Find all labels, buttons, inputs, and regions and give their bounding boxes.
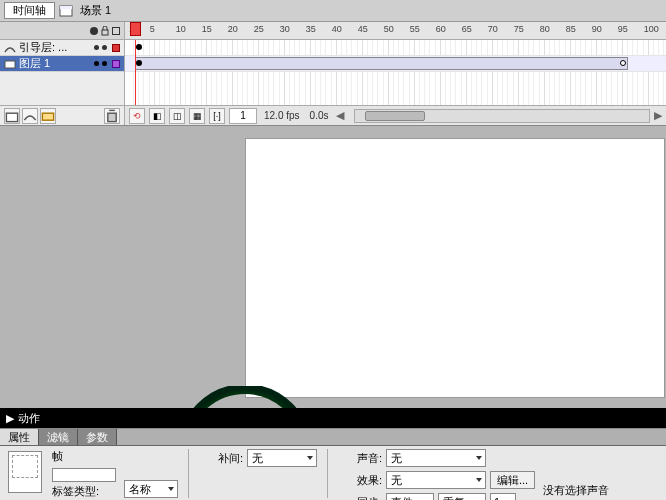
add-folder-button[interactable] (40, 108, 56, 124)
tween-span[interactable] (135, 57, 628, 70)
timeline-scrollbar[interactable] (354, 109, 651, 123)
top-tab-bar: 时间轴 场景 1 (0, 0, 666, 22)
properties-tabs: 属性 滤镜 参数 (0, 429, 666, 446)
ruler-tick: 70 (488, 24, 498, 34)
ruler-tick: 50 (384, 24, 394, 34)
layer-lock-dot[interactable] (102, 61, 107, 66)
sound-label: 声音: (338, 451, 382, 466)
label-type-label: 标签类型: (52, 484, 99, 499)
frame-ruler[interactable]: 1510152025303540455055606570758085909510… (125, 22, 666, 40)
ruler-tick: 60 (436, 24, 446, 34)
svg-rect-3 (5, 61, 15, 68)
sync-select[interactable]: 事件 (386, 493, 434, 500)
tween-select[interactable]: 无 (247, 449, 317, 467)
ruler-tick: 65 (462, 24, 472, 34)
onion-outline-button[interactable]: ◫ (169, 108, 185, 124)
sound-select[interactable]: 无 (386, 449, 486, 467)
svg-rect-1 (60, 6, 72, 9)
elapsed-time-text: 0.0s (307, 110, 332, 121)
layer-icon (4, 58, 16, 70)
ruler-tick: 20 (228, 24, 238, 34)
ruler-tick: 35 (306, 24, 316, 34)
keyframe-start-icon[interactable] (136, 60, 142, 66)
tween-label: 补间: (199, 451, 243, 466)
effect-select[interactable]: 无 (386, 471, 486, 489)
delete-layer-button[interactable] (104, 108, 120, 124)
keyframe-end-icon[interactable] (620, 60, 626, 66)
ruler-tick: 75 (514, 24, 524, 34)
frame-thumbnail (8, 451, 42, 493)
svg-rect-5 (42, 113, 53, 120)
track-row-guide[interactable] (125, 40, 666, 56)
wheel-graphic[interactable] (180, 386, 310, 408)
timeline-tracks-column: 1510152025303540455055606570758085909510… (125, 22, 666, 125)
scene-label: 场景 1 (80, 3, 111, 18)
layer-vis-dot[interactable] (94, 61, 99, 66)
ruler-tick: 45 (358, 24, 368, 34)
onion-skin-button[interactable]: ◧ (149, 108, 165, 124)
layer-color-swatch[interactable] (112, 44, 120, 52)
svg-rect-2 (102, 30, 108, 35)
track-row-layer1[interactable] (125, 56, 666, 72)
timeline-panel: 引导层: ...图层 1 151015202530354045505560657… (0, 22, 666, 126)
tab-properties[interactable]: 属性 (0, 429, 39, 445)
layers-column: 引导层: ...图层 1 (0, 22, 125, 125)
guide-layer-icon (4, 42, 16, 54)
edit-effect-button[interactable]: 编辑... (490, 471, 535, 489)
layer-vis-dot[interactable] (94, 45, 99, 50)
scroll-left-icon[interactable]: ◀ (336, 109, 344, 122)
ruler-tick: 100 (644, 24, 659, 34)
add-layer-button[interactable] (4, 108, 20, 124)
timeline-tab[interactable]: 时间轴 (4, 2, 55, 19)
keyframe-icon[interactable] (136, 44, 142, 50)
no-sound-text: 没有选择声音 (543, 483, 609, 498)
layer-row[interactable]: 引导层: ... (0, 40, 124, 56)
layer-name: 引导层: ... (19, 40, 67, 55)
outline-icon[interactable] (112, 27, 120, 35)
tracks-area[interactable] (125, 40, 666, 105)
layers-footer (0, 105, 124, 125)
ruler-tick: 85 (566, 24, 576, 34)
layer-row[interactable]: 图层 1 (0, 56, 124, 72)
tab-filters[interactable]: 滤镜 (39, 429, 78, 445)
repeat-count-input[interactable] (490, 493, 516, 500)
scroll-right-icon[interactable]: ▶ (654, 109, 662, 122)
stage[interactable] (245, 138, 665, 398)
lock-icon[interactable] (100, 26, 110, 36)
ruler-tick: 25 (254, 24, 264, 34)
effect-label: 效果: (338, 473, 382, 488)
layer-color-swatch[interactable] (112, 60, 120, 68)
ruler-tick: 40 (332, 24, 342, 34)
layer-name: 图层 1 (19, 56, 50, 71)
tab-params[interactable]: 参数 (78, 429, 117, 445)
add-guide-button[interactable] (22, 108, 38, 124)
onion-markers-button[interactable]: [·] (209, 108, 225, 124)
actions-title: 动作 (18, 411, 40, 426)
expand-icon[interactable]: ▶ (6, 412, 14, 425)
playhead-handle-icon[interactable] (130, 22, 141, 36)
ruler-tick: 55 (410, 24, 420, 34)
timeline-status-bar: ⟲ ◧ ◫ ▦ [·] 1 12.0 fps 0.0s ◀ ▶ (125, 105, 666, 125)
layers-header (0, 22, 124, 40)
actions-panel-header[interactable]: ▶ 动作 (0, 408, 666, 428)
ruler-tick: 10 (176, 24, 186, 34)
scrollbar-thumb[interactable] (365, 111, 425, 121)
canvas-area[interactable] (0, 126, 666, 408)
properties-panel: 属性 滤镜 参数 帧 标签类型: 名称 补间: 无 声音: 无 效果: (0, 428, 666, 500)
repeat-select[interactable]: 重复 (438, 493, 486, 500)
edit-multi-button[interactable]: ▦ (189, 108, 205, 124)
fps-text[interactable]: 12.0 fps (261, 110, 303, 121)
visibility-icon[interactable] (90, 27, 98, 35)
frame-name-input[interactable] (52, 468, 116, 482)
ruler-tick: 90 (592, 24, 602, 34)
ruler-tick: 30 (280, 24, 290, 34)
properties-body: 帧 标签类型: 名称 补间: 无 声音: 无 效果: 无 编辑... (0, 446, 666, 500)
label-type-select[interactable]: 名称 (124, 480, 178, 498)
sync-label: 同步: (338, 495, 382, 501)
playhead[interactable] (135, 40, 136, 105)
ruler-tick: 95 (618, 24, 628, 34)
layer-lock-dot[interactable] (102, 45, 107, 50)
center-frame-button[interactable]: ⟲ (129, 108, 145, 124)
ruler-tick: 5 (150, 24, 155, 34)
current-frame-field[interactable]: 1 (229, 108, 257, 124)
